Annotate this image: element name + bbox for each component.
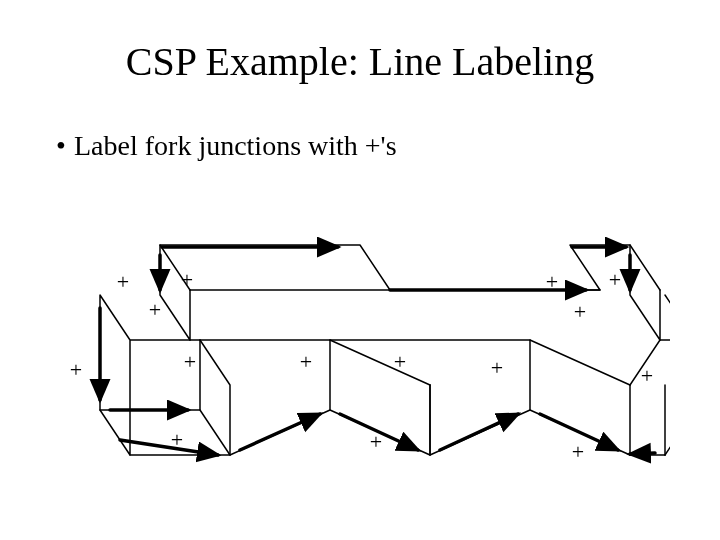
plus-label: + — [117, 269, 129, 295]
plus-label: + — [546, 269, 558, 295]
bullet-text: Label fork junctions with +'s — [74, 130, 397, 161]
plus-label: + — [171, 427, 183, 453]
boundary-arrow — [240, 414, 320, 450]
plus-label: + — [70, 357, 82, 383]
plus-label: + — [181, 267, 193, 293]
edge — [160, 245, 660, 290]
boundary-arrow — [120, 440, 218, 455]
plus-label: + — [491, 355, 503, 381]
edge — [200, 340, 230, 455]
slide: CSP Example: Line Labeling •Label fork j… — [0, 0, 720, 540]
plus-label: + — [394, 349, 406, 375]
line-labeling-figure — [70, 200, 670, 520]
slide-title: CSP Example: Line Labeling — [0, 38, 720, 85]
plus-label: + — [149, 297, 161, 323]
boundary-arrow — [440, 414, 518, 450]
edge — [660, 295, 670, 340]
plus-label: + — [370, 429, 382, 455]
boundary-arrow — [630, 453, 655, 454]
plus-label: + — [609, 267, 621, 293]
edge — [330, 340, 430, 385]
bullet-line: •Label fork junctions with +'s — [56, 130, 397, 162]
edge — [630, 245, 660, 340]
edge — [530, 340, 630, 385]
plus-label: + — [572, 439, 584, 465]
bullet-dot: • — [56, 130, 74, 162]
plus-label: + — [574, 299, 586, 325]
plus-label: + — [300, 349, 312, 375]
plus-label: + — [641, 363, 653, 389]
plus-label: + — [184, 349, 196, 375]
